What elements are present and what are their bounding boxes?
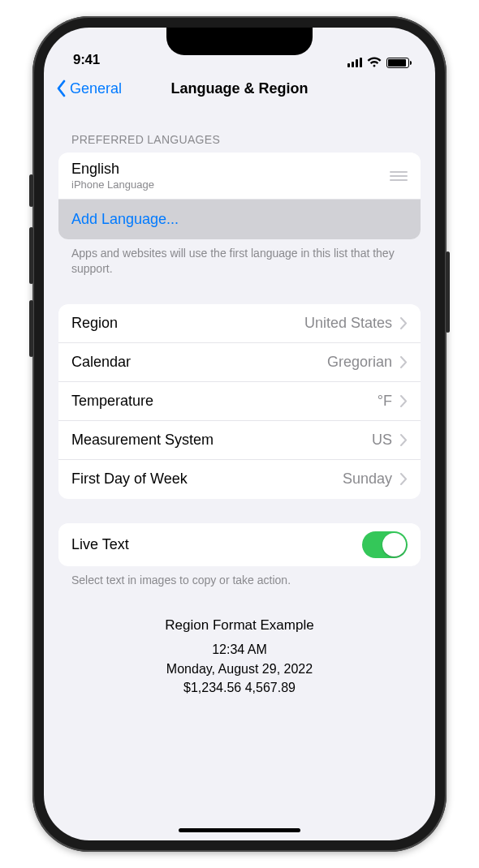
back-button[interactable]: General [55, 79, 122, 97]
chevron-right-icon [400, 434, 408, 446]
wifi-icon [367, 57, 382, 68]
languages-group: English iPhone Language Add Language... [58, 153, 421, 239]
example-numbers: $1,234.56 4,567.89 [58, 678, 421, 697]
drag-handle-icon[interactable] [390, 171, 408, 181]
format-example: Region Format Example 12:34 AM Monday, A… [58, 616, 421, 697]
language-sub: iPhone Language [71, 178, 154, 191]
chevron-left-icon [55, 79, 67, 97]
phone-frame: 9:41 General Language & Region PREFERRED… [32, 16, 447, 852]
notch [166, 28, 313, 55]
setting-row-temperature[interactable]: Temperature °F [58, 382, 421, 421]
livetext-row: Live Text [58, 523, 421, 566]
livetext-toggle[interactable] [362, 531, 408, 558]
example-date: Monday, August 29, 2022 [58, 660, 421, 678]
screen: 9:41 General Language & Region PREFERRED… [44, 28, 435, 840]
setting-row-calendar[interactable]: Calendar Gregorian [58, 343, 421, 382]
home-indicator[interactable] [179, 828, 300, 832]
status-time: 9:41 [73, 52, 100, 68]
cellular-icon [347, 58, 362, 67]
livetext-footer: Select text in images to copy or take ac… [58, 566, 421, 588]
example-title: Region Format Example [58, 616, 421, 636]
language-name: English [71, 161, 154, 178]
battery-icon [386, 58, 409, 68]
add-language-button[interactable]: Add Language... [58, 200, 421, 239]
nav-bar: General Language & Region [44, 71, 435, 109]
back-label: General [70, 80, 122, 97]
livetext-label: Live Text [71, 536, 129, 553]
languages-header: PREFERRED LANGUAGES [58, 109, 421, 153]
chevron-right-icon [400, 473, 408, 485]
language-row-primary[interactable]: English iPhone Language [58, 153, 421, 200]
setting-row-region[interactable]: Region United States [58, 304, 421, 343]
chevron-right-icon [400, 317, 408, 329]
chevron-right-icon [400, 395, 408, 407]
livetext-group: Live Text [58, 523, 421, 566]
chevron-right-icon [400, 356, 408, 368]
setting-row-measurement[interactable]: Measurement System US [58, 421, 421, 460]
setting-row-firstday[interactable]: First Day of Week Sunday [58, 460, 421, 499]
example-time: 12:34 AM [58, 640, 421, 659]
languages-footer: Apps and websites will use the first lan… [58, 239, 421, 277]
region-settings-group: Region United States Calendar Gregorian … [58, 304, 421, 499]
